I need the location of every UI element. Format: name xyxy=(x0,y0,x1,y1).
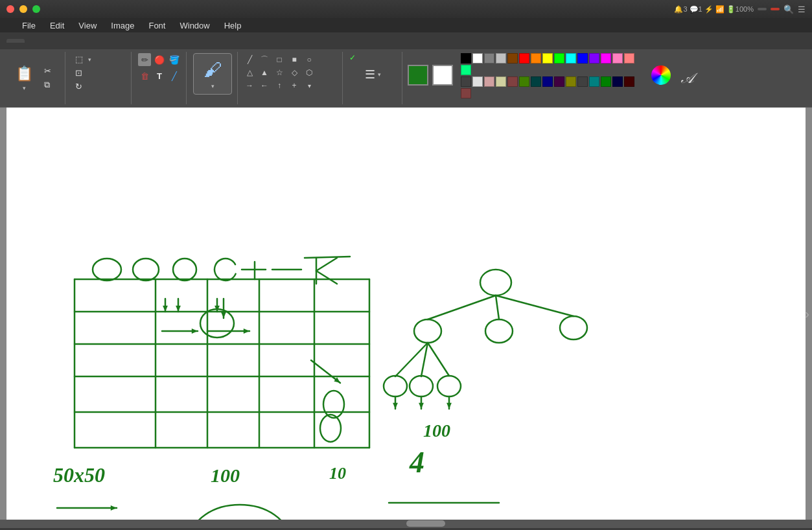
more-shapes[interactable]: ▾ xyxy=(303,79,316,92)
menu-image[interactable]: Image xyxy=(108,20,137,31)
close-button[interactable] xyxy=(6,5,14,13)
swatch-cyan[interactable] xyxy=(566,53,576,63)
rotate-button[interactable]: ↻ xyxy=(72,80,95,93)
text-tool[interactable]: T xyxy=(153,69,166,82)
font-a-button[interactable]: 𝒜 xyxy=(676,52,699,104)
cut-button[interactable]: ✂ xyxy=(41,65,57,77)
swatch-darkyellow[interactable] xyxy=(566,76,576,87)
tab-view[interactable] xyxy=(25,39,43,43)
hexagon-shape[interactable]: ⬡ xyxy=(303,66,316,79)
copy-button[interactable]: ⧉ xyxy=(41,78,57,91)
size-icon: ☰ xyxy=(365,67,375,82)
menu-font[interactable]: Font xyxy=(146,20,168,31)
scrollbar-thumb[interactable] xyxy=(406,520,445,527)
amazing-apps-button[interactable] xyxy=(758,8,767,10)
color-pick-tool[interactable]: 🪣 xyxy=(168,53,181,66)
app-name xyxy=(5,25,10,26)
swatch-darkbrown[interactable] xyxy=(461,88,471,98)
crop-button[interactable]: ⊡ xyxy=(72,67,95,79)
swatch-mauve[interactable] xyxy=(507,76,518,87)
size-button[interactable]: ☰ ▾ xyxy=(349,65,397,84)
menu-help[interactable]: Help xyxy=(222,20,244,31)
horizontal-scrollbar[interactable] xyxy=(0,520,812,527)
swatch-yellow[interactable] xyxy=(542,53,553,63)
swatch-red[interactable] xyxy=(519,53,529,63)
tab-home[interactable] xyxy=(6,39,25,43)
paste-button[interactable]: 📋 ▾ xyxy=(10,63,38,94)
canvas-area[interactable] xyxy=(6,108,806,520)
menu-icon[interactable]: ☰ xyxy=(798,5,806,14)
arrow-up-shape[interactable]: ↑ xyxy=(273,79,286,92)
color1-swatch[interactable] xyxy=(408,65,428,86)
swatch-orange[interactable] xyxy=(531,53,541,63)
shapes-group: ╱ ⌒ □ ■ ○ △ ▲ ☆ ◇ ⬡ → ← ↑ + ▾ xyxy=(239,52,343,104)
swatch-gray[interactable] xyxy=(484,53,494,63)
line-tool[interactable]: ╱ xyxy=(168,69,181,82)
outline-check[interactable]: ✓ xyxy=(349,53,397,62)
menu-edit[interactable]: Edit xyxy=(47,20,67,31)
triangle-fill-shape[interactable]: ▲ xyxy=(258,66,271,79)
swatch-brown[interactable] xyxy=(507,53,518,63)
image-group-items: ⬚ ▾ ⊡ ↻ xyxy=(72,53,95,101)
swatch-khaki[interactable] xyxy=(496,76,506,87)
swatch-blush[interactable] xyxy=(484,76,494,87)
swatch-purple[interactable] xyxy=(589,53,599,63)
rect-outline-shape[interactable]: □ xyxy=(273,53,286,66)
brushes-arrow: ▾ xyxy=(211,83,215,89)
swatch-darkcyan[interactable] xyxy=(589,76,599,87)
brushes-button[interactable]: 🖌 ▾ xyxy=(193,53,232,95)
minimize-button[interactable] xyxy=(19,5,27,13)
swatch-darkgray2[interactable] xyxy=(577,76,588,87)
star-shape[interactable]: ☆ xyxy=(273,66,286,79)
window-controls xyxy=(6,5,40,13)
swatch-darkred[interactable] xyxy=(624,76,634,87)
color2-swatch[interactable] xyxy=(432,65,453,86)
swatch-mint[interactable] xyxy=(461,65,471,75)
swatch-indigo[interactable] xyxy=(554,76,564,87)
menu-view[interactable]: View xyxy=(76,20,99,31)
swatch-navy[interactable] xyxy=(542,76,553,87)
swatch-lime[interactable] xyxy=(554,53,564,63)
maximize-button[interactable] xyxy=(32,5,40,13)
right-nav-button[interactable]: › xyxy=(805,306,809,321)
pen-tools-row: ✏ 🔴 🪣 xyxy=(138,53,181,66)
color-main-row xyxy=(408,53,671,98)
swatch-darknavy[interactable] xyxy=(612,76,623,87)
swatch-teal[interactable] xyxy=(531,76,541,87)
arrow-left-shape[interactable]: ← xyxy=(258,79,271,92)
swatch-pink[interactable] xyxy=(612,53,623,63)
swatch-magenta[interactable] xyxy=(601,53,611,63)
arrow-right-shape[interactable]: → xyxy=(243,79,256,92)
swatch-salmon[interactable] xyxy=(624,53,634,63)
curve-shape[interactable]: ⌒ xyxy=(258,53,271,66)
plus-shape[interactable]: + xyxy=(288,79,301,92)
select-button[interactable]: ⬚ ▾ xyxy=(72,53,95,65)
canvas-wrapper: › xyxy=(0,108,812,520)
circle-shape[interactable]: ○ xyxy=(303,53,316,66)
swatch-darkgray[interactable] xyxy=(461,76,471,87)
pencil-tool[interactable]: ✏ xyxy=(138,53,151,66)
diamond-shape[interactable]: ◇ xyxy=(288,66,301,79)
clipboard-right: ✂ ⧉ xyxy=(41,65,57,91)
check-icon: ✓ xyxy=(349,53,356,62)
swatch-white[interactable] xyxy=(472,53,483,63)
color1-area xyxy=(408,65,428,87)
swatch-olive[interactable] xyxy=(519,76,529,87)
rect-fill-shape[interactable]: ■ xyxy=(288,53,301,66)
fill-tool[interactable]: 🔴 xyxy=(153,53,166,66)
search-icon[interactable]: 🔍 xyxy=(783,5,794,14)
eraser-tool[interactable]: 🗑 xyxy=(138,69,151,82)
drawing-canvas[interactable] xyxy=(6,108,806,520)
swatch-blue[interactable] xyxy=(577,53,588,63)
swatch-lightgray[interactable] xyxy=(472,76,483,87)
line-shape[interactable]: ╱ xyxy=(243,53,256,66)
swatch-darkgreen[interactable] xyxy=(601,76,611,87)
menu-window[interactable]: Window xyxy=(177,20,212,31)
paste-icon: 📋 xyxy=(16,65,33,82)
edit-colors-button[interactable] xyxy=(651,65,671,86)
swatch-silver[interactable] xyxy=(496,53,506,63)
swatch-black[interactable] xyxy=(461,53,471,63)
menu-file[interactable]: File xyxy=(19,20,38,31)
upgrade-button[interactable] xyxy=(771,8,780,10)
triangle-shape[interactable]: △ xyxy=(243,66,256,79)
